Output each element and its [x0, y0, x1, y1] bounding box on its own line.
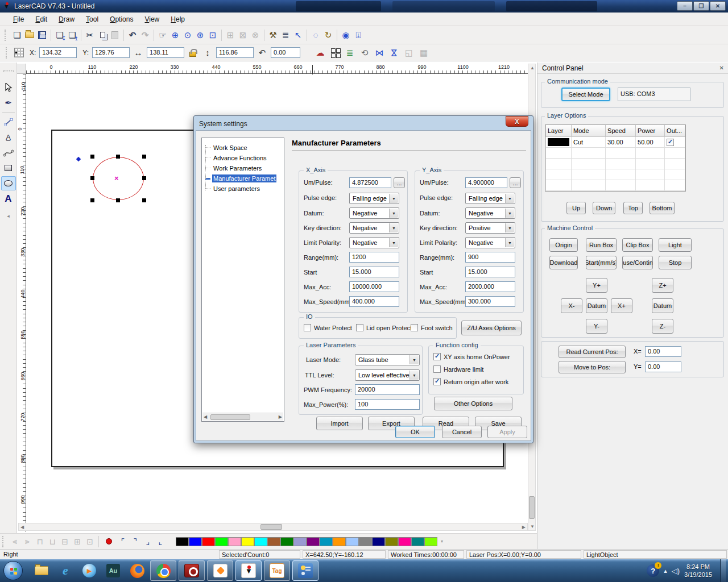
start-button[interactable]: [3, 561, 23, 580]
bezier-tool-icon[interactable]: [1, 146, 16, 160]
palette-swatch[interactable]: [411, 537, 424, 546]
selection-handle[interactable]: [142, 176, 146, 180]
run-box-button[interactable]: Run Box: [586, 238, 617, 252]
return-origin-checkbox[interactable]: [433, 378, 441, 385]
tree-horizontal-scrollbar[interactable]: ◀ ▶: [202, 413, 283, 421]
pwm-frequency-input[interactable]: 20000: [355, 384, 420, 395]
col-power[interactable]: Power: [636, 125, 665, 136]
taskbar-photo-app-button[interactable]: [179, 560, 205, 581]
menu-draw[interactable]: Draw: [53, 14, 80, 25]
other-options-button[interactable]: Other Options: [434, 397, 512, 410]
select-mode-button[interactable]: Select Mode: [561, 88, 610, 101]
x-pulse-edge-dropdown[interactable]: Falling edge▼: [349, 193, 399, 204]
save-file-icon[interactable]: [36, 29, 48, 41]
chevron-down-icon[interactable]: ▼: [505, 223, 514, 232]
palette-swatch[interactable]: [293, 537, 307, 546]
origin-top-right-icon[interactable]: ⌝: [129, 535, 142, 548]
show-desktop-button[interactable]: [720, 559, 726, 582]
toolbox-collapse-arrow[interactable]: ◂: [7, 213, 10, 219]
x-um-pulse-input[interactable]: 4.872500: [349, 177, 391, 188]
taskbar-chrome-button[interactable]: [150, 560, 176, 581]
palette-swatch[interactable]: [320, 537, 333, 546]
palette-swatch[interactable]: [241, 537, 254, 546]
x-limit-polarity-dropdown[interactable]: Negative▼: [349, 237, 399, 248]
palette-swatch[interactable]: [398, 537, 411, 546]
layer-output-checkbox[interactable]: [667, 139, 674, 146]
selection-handle[interactable]: [116, 198, 120, 202]
x-max-speed-input[interactable]: 400.000: [349, 296, 399, 307]
scroll-left-arrow[interactable]: ◀: [202, 414, 207, 419]
align-top-icon[interactable]: ⊓: [34, 535, 46, 548]
chevron-down-icon[interactable]: ▼: [505, 209, 514, 218]
water-protect-checkbox[interactable]: [304, 324, 311, 331]
apply-button[interactable]: Apply: [487, 426, 527, 438]
chevron-down-icon[interactable]: ▼: [389, 194, 398, 203]
scroll-right-arrow[interactable]: ▶: [522, 525, 527, 530]
clip-box-button[interactable]: Clip Box: [622, 238, 653, 252]
node-edit-circle-icon[interactable]: ◌: [309, 29, 322, 41]
toolbar-grip[interactable]: [2, 536, 5, 547]
selection-handle[interactable]: [116, 155, 120, 159]
palette-swatch[interactable]: [280, 537, 293, 546]
dialog-title-bar[interactable]: System settings: [196, 118, 531, 130]
origin-bottom-right-icon[interactable]: ⌟: [142, 535, 154, 548]
mirror-vertical-icon[interactable]: ⋈: [388, 47, 400, 59]
pick-object-icon[interactable]: ↖: [292, 29, 304, 41]
pos-x-input[interactable]: 0.00: [645, 346, 681, 357]
jog-y-minus-button[interactable]: Y-: [586, 319, 607, 334]
new-file-icon[interactable]: ❏: [11, 29, 23, 41]
mirror-horizontal-icon[interactable]: ⋈: [373, 47, 386, 59]
menu-view[interactable]: View: [139, 14, 164, 25]
jog-z-datum-button[interactable]: Datum: [652, 298, 673, 313]
angle-input[interactable]: 0.00: [271, 47, 300, 58]
tree-item-user-parameters[interactable]: User parameters: [202, 184, 284, 194]
taskbar-tag-app-button[interactable]: Tag: [264, 560, 290, 581]
x-max-acc-input[interactable]: 10000.000: [349, 281, 399, 292]
align-left-icon[interactable]: ⫷: [9, 535, 21, 548]
menu-tool[interactable]: Tool: [81, 14, 104, 25]
palette-swatch[interactable]: [189, 537, 202, 546]
layer-top-button[interactable]: Top: [623, 202, 643, 214]
foot-switch-checkbox[interactable]: [411, 324, 418, 331]
palette-swatch[interactable]: [215, 537, 228, 546]
scrollbar-thumb[interactable]: [210, 414, 250, 420]
origin-button[interactable]: Origin: [549, 238, 578, 252]
taskbar-wmp-icon[interactable]: ▶: [77, 560, 101, 581]
scrollbar-thumb[interactable]: [529, 496, 535, 519]
y-pos-input[interactable]: 129.76: [92, 47, 130, 58]
clock[interactable]: 8:24 PM 3/19/2015: [684, 563, 712, 579]
palette-swatch[interactable]: [254, 537, 267, 546]
taskbar-firefox-icon[interactable]: [125, 560, 149, 581]
stop-button[interactable]: Stop: [659, 256, 692, 269]
palette-more-arrow[interactable]: ▾: [441, 539, 443, 544]
layers-icon[interactable]: ≣: [344, 47, 356, 59]
center-vertical-icon[interactable]: ⊞: [71, 535, 84, 548]
menu-file[interactable]: File: [8, 14, 29, 25]
lid-open-protect-checkbox[interactable]: [356, 324, 363, 331]
array-list-icon[interactable]: ≣: [279, 29, 292, 41]
undo-icon[interactable]: ↶: [126, 29, 139, 41]
x-um-pulse-browse-button[interactable]: ...: [394, 177, 405, 188]
y-key-direction-dropdown[interactable]: Positive▼: [465, 222, 515, 234]
zoom-area-icon[interactable]: ⊙: [181, 29, 194, 41]
y-max-acc-input[interactable]: 2000.000: [465, 281, 515, 292]
rotate-hand-icon[interactable]: ⟲: [358, 47, 371, 59]
palette-swatch[interactable]: [385, 537, 398, 546]
taskbar-ie-icon[interactable]: e: [53, 560, 77, 581]
close-button[interactable]: ✕: [710, 1, 726, 11]
jog-z-plus-button[interactable]: Z+: [652, 278, 673, 293]
redo-icon[interactable]: ↷: [139, 29, 151, 41]
group-objects-icon[interactable]: [329, 47, 341, 59]
tree-item-manufacturer-parameters[interactable]: Manufacturer Paramet: [202, 173, 284, 184]
x-range-input[interactable]: 1200: [349, 252, 399, 263]
taskbar-photo-viewer-button[interactable]: [207, 560, 233, 581]
col-output[interactable]: Out...: [665, 125, 685, 136]
layer-bottom-button[interactable]: Bottom: [650, 202, 675, 214]
y-limit-polarity-dropdown[interactable]: Negative▼: [465, 237, 515, 248]
zoom-in-out-icon[interactable]: ⊕: [169, 29, 181, 41]
toolbox-grip[interactable]: [3, 70, 14, 73]
layer-power-cell[interactable]: 50.00: [636, 136, 665, 147]
align-right-icon[interactable]: ⫸: [21, 535, 34, 548]
taskbar-lasercad-button[interactable]: ▼: [235, 560, 262, 581]
paste-icon[interactable]: [109, 29, 121, 41]
